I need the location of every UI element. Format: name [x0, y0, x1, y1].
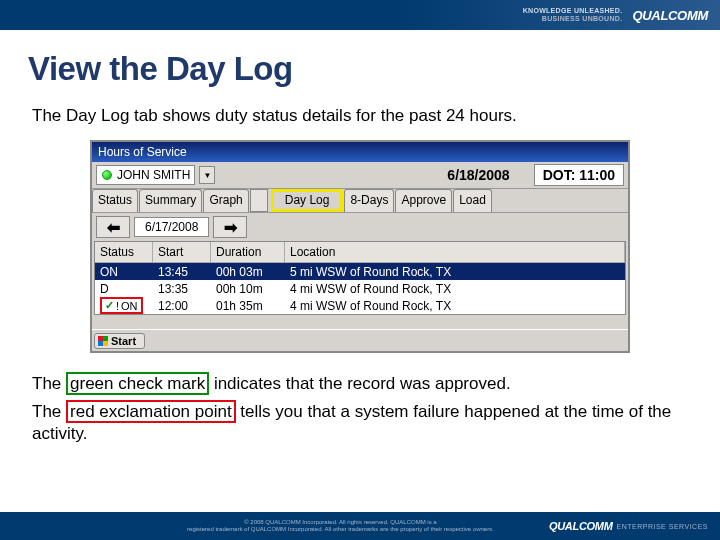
green-highlight: green check mark [66, 372, 209, 395]
current-date: 6/18/2008 [447, 167, 509, 183]
tagline-2: BUSINESS UNBOUND. [542, 15, 623, 22]
tab-strip: Status Summary Graph Day Log 8-Days Appr… [92, 188, 628, 213]
day-log-table: Status Start Duration Location ON 13:45 … [94, 241, 626, 315]
slide-header: KNOWLEDGE UNLEASHED. BUSINESS UNBOUND. Q… [0, 0, 720, 30]
cell-start: 12:00 [153, 299, 211, 313]
cell-start: 13:35 [153, 282, 211, 296]
arrow-left-icon: ⬅ [107, 218, 120, 237]
footer-logo: QUALCOMM [549, 520, 613, 532]
cell-duration: 01h 35m [211, 299, 285, 313]
driver-row: JOHN SMITH ▼ 6/18/2008 DOT: 11:00 [92, 162, 628, 188]
cell-start: 13:45 [153, 265, 211, 279]
note1-post: indicates that the record was approved. [209, 374, 510, 393]
th-duration: Duration [211, 242, 285, 263]
footer-services: ENTERPRISE SERVICES [617, 523, 708, 530]
copyright-2: registered trademark of QUALCOMM Incorpo… [187, 526, 494, 532]
tab-graph[interactable]: Graph [203, 189, 248, 212]
th-start: Start [153, 242, 211, 263]
header-tagline: KNOWLEDGE UNLEASHED. BUSINESS UNBOUND. [523, 7, 623, 24]
table-row[interactable]: ✓! ON 12:00 01h 35m 4 mi WSW of Round Ro… [95, 297, 625, 314]
cell-location: 5 mi WSW of Round Rock, TX [285, 265, 625, 279]
cell-duration: 00h 10m [211, 282, 285, 296]
tab-status[interactable]: Status [92, 189, 138, 212]
window-title: Hours of Service [92, 142, 628, 162]
cell-location: 4 mi WSW of Round Rock, TX [285, 282, 625, 296]
driver-dropdown-button[interactable]: ▼ [199, 166, 215, 184]
approved-marker: ✓! ON [100, 297, 143, 314]
page-lead: The Day Log tab shows duty status detail… [28, 106, 692, 126]
cell-location: 4 mi WSW of Round Rock, TX [285, 299, 625, 313]
table-row[interactable]: ON 13:45 00h 03m 5 mi WSW of Round Rock,… [95, 263, 625, 280]
check-icon: ✓ [105, 299, 114, 312]
tab-load[interactable]: Load [453, 189, 492, 212]
table-header: Status Start Duration Location [95, 242, 625, 263]
date-nav-row: ⬅ 6/17/2008 ➡ [92, 213, 628, 241]
arrow-right-icon: ➡ [224, 218, 237, 237]
note-red: The red exclamation point tells you that… [28, 395, 692, 445]
nav-date: 6/17/2008 [134, 217, 209, 237]
copyright: © 2008 QUALCOMM Incorporated. All rights… [132, 519, 549, 533]
cell-status: D [95, 282, 153, 296]
footer-brand: QUALCOMM ENTERPRISE SERVICES [549, 520, 708, 532]
note2-pre: The [32, 402, 66, 421]
taskbar: Start [92, 329, 628, 351]
start-label: Start [111, 335, 136, 347]
driver-name: JOHN SMITH [117, 168, 194, 182]
prev-day-button[interactable]: ⬅ [96, 216, 130, 238]
red-highlight: red exclamation point [66, 400, 236, 423]
tab-spacer [250, 189, 268, 212]
hos-app-window: Hours of Service JOHN SMITH ▼ 6/18/2008 … [90, 140, 630, 353]
cell-duration: 00h 03m [211, 265, 285, 279]
cell-status: ✓! ON [95, 297, 153, 314]
start-button[interactable]: Start [94, 333, 145, 349]
page-title: View the Day Log [28, 50, 692, 88]
next-day-button[interactable]: ➡ [213, 216, 247, 238]
note-green: The green check mark indicates that the … [28, 367, 692, 395]
tab-day-log[interactable]: Day Log [271, 189, 344, 212]
table-row[interactable]: D 13:35 00h 10m 4 mi WSW of Round Rock, … [95, 280, 625, 297]
copyright-1: © 2008 QUALCOMM Incorporated. All rights… [244, 519, 437, 525]
tab-approve[interactable]: Approve [395, 189, 452, 212]
dot-clock: DOT: 11:00 [534, 164, 624, 186]
brand-name: QUALCOMM [632, 9, 708, 22]
th-status: Status [95, 242, 153, 263]
slide-footer: © 2008 QUALCOMM Incorporated. All rights… [0, 512, 720, 540]
chevron-down-icon: ▼ [203, 171, 211, 180]
th-location: Location [285, 242, 625, 263]
brand-logo: QUALCOMM [632, 9, 708, 22]
status-dot-icon [102, 170, 112, 180]
note1-pre: The [32, 374, 66, 393]
cell-status-text: ON [121, 300, 138, 312]
windows-flag-icon [98, 336, 108, 346]
driver-select[interactable]: JOHN SMITH [96, 165, 195, 185]
tagline-1: KNOWLEDGE UNLEASHED. [523, 7, 623, 14]
tab-8days[interactable]: 8-Days [344, 189, 394, 212]
tab-summary[interactable]: Summary [139, 189, 202, 212]
cell-status: ON [95, 265, 153, 279]
